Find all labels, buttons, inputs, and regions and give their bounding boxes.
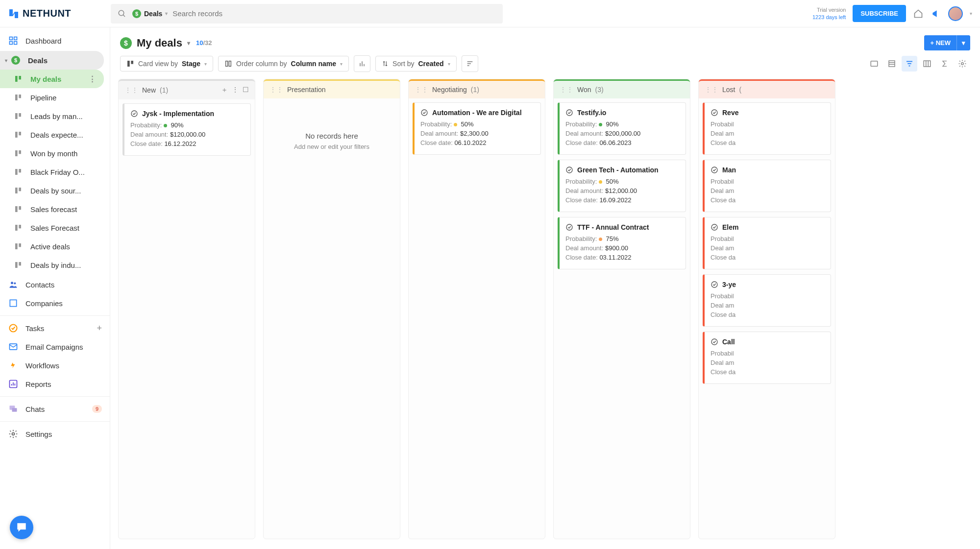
view-card-icon[interactable] xyxy=(866,56,882,72)
sidebar-view-item[interactable]: My deals⋮ xyxy=(0,70,104,88)
card-amount-row: Deal amount: $2,300.00 xyxy=(420,130,535,137)
board-column[interactable]: ⋮⋮ Won (3) Testify.io Probability: 90% D… xyxy=(553,79,690,539)
sidebar-view-item[interactable]: Deals by indu... xyxy=(0,256,110,274)
card-title: Elem xyxy=(722,223,738,231)
sidebar-view-label: Active deals xyxy=(30,242,70,251)
column-more-icon[interactable]: ⋮ xyxy=(232,86,239,95)
sort-direction-button[interactable] xyxy=(462,55,478,72)
sidebar-item-settings[interactable]: Settings xyxy=(0,425,110,443)
sidebar-view-item[interactable]: Deals by sour... xyxy=(0,181,110,200)
deal-card[interactable]: Man Probabil Deal am Close da xyxy=(703,160,831,212)
new-dropdown-button[interactable]: ▾ xyxy=(956,35,970,50)
column-body[interactable]: No records here Add new or edit your fil… xyxy=(264,98,400,539)
page-title-wrap[interactable]: $ My deals ▾ xyxy=(120,37,190,49)
drag-handle-icon[interactable]: ⋮⋮ xyxy=(124,86,138,94)
sort-selector[interactable]: Sort by Created ▾ xyxy=(375,56,457,72)
drag-handle-icon[interactable]: ⋮⋮ xyxy=(270,86,283,94)
deal-card[interactable]: 3-ye Probabil Deal am Close da xyxy=(703,274,831,327)
dollar-icon: $ xyxy=(132,9,141,18)
more-icon[interactable]: ⋮ xyxy=(89,74,96,83)
deal-card[interactable]: Jysk - Implementation Probability: 90% D… xyxy=(122,103,251,156)
sidebar-item-email-campaigns[interactable]: Email Campaigns xyxy=(0,337,110,356)
app-logo[interactable]: NETHUNT xyxy=(8,8,111,20)
deal-card[interactable]: Call Probabil Deal am Close da xyxy=(703,332,831,384)
search-scope-selector[interactable]: $ Deals ▾ xyxy=(132,9,168,18)
check-circle-icon xyxy=(710,109,718,117)
page-header: $ My deals ▾ 10/32 + NEW ▾ xyxy=(110,27,980,55)
sidebar-item-reports[interactable]: Reports xyxy=(0,375,110,393)
chevron-down-icon[interactable]: ▾ xyxy=(187,40,190,47)
column-body[interactable]: Jysk - Implementation Probability: 90% D… xyxy=(119,99,255,539)
column-header[interactable]: ⋮⋮ Won (3) xyxy=(554,79,690,98)
svg-point-65 xyxy=(421,110,427,116)
column-header[interactable]: ⋮⋮ Lost ( xyxy=(699,79,835,98)
card-close-value: 03.11.2022 xyxy=(599,254,631,261)
column-name: Lost xyxy=(722,86,735,94)
order-column-selector[interactable]: Order column by Column name ▾ xyxy=(218,56,349,72)
svg-rect-53 xyxy=(871,61,878,67)
column-body[interactable]: Testify.io Probability: 90% Deal amount:… xyxy=(554,98,690,539)
intercom-launcher[interactable] xyxy=(10,516,33,539)
search-input[interactable] xyxy=(172,9,497,18)
sidebar-view-item[interactable]: Sales forecast xyxy=(0,200,110,218)
sidebar-item-companies[interactable]: Companies xyxy=(0,294,110,312)
sidebar-view-item[interactable]: Black Friday O... xyxy=(0,163,110,181)
add-card-icon[interactable]: ＋ xyxy=(221,86,228,95)
sidebar-item-dashboard[interactable]: Dashboard xyxy=(0,31,110,50)
sidebar-view-item[interactable]: Pipeline xyxy=(0,88,110,107)
board-column[interactable]: ⋮⋮ Presentation No records here Add new … xyxy=(263,79,400,539)
column-header[interactable]: ⋮⋮ Negotiating (1) xyxy=(409,79,545,98)
deal-card[interactable]: Reve Probabil Deal am Close da xyxy=(703,102,831,155)
sidebar-view-item[interactable]: Deals expecte... xyxy=(0,125,110,144)
deal-card[interactable]: TTF - Annual Contract Probability: 75% D… xyxy=(558,217,686,269)
sigma-icon[interactable] xyxy=(937,56,953,72)
board-column[interactable]: ⋮⋮ New (1) ＋ ⋮ ☐ Jysk - Implementation P… xyxy=(118,79,255,539)
gear-icon xyxy=(8,429,19,439)
sidebar-item-chats[interactable]: Chats 9 xyxy=(0,400,110,418)
column-checkbox[interactable]: ☐ xyxy=(243,86,249,95)
cardview-selector[interactable]: Card view by Stage ▾ xyxy=(120,56,213,72)
sidebar-view-label: Deals by indu... xyxy=(30,261,81,269)
deal-card[interactable]: Green Tech - Automation Probability: 50%… xyxy=(558,160,686,212)
column-header[interactable]: ⋮⋮ New (1) ＋ ⋮ ☐ xyxy=(119,79,255,99)
sidebar-view-item[interactable]: Sales Forecast xyxy=(0,218,110,237)
drag-handle-icon[interactable]: ⋮⋮ xyxy=(705,86,718,94)
sidebar-view-item[interactable]: Active deals xyxy=(0,237,110,256)
column-body[interactable]: Automation - We are Digital Probability:… xyxy=(409,98,545,539)
search-icon[interactable] xyxy=(117,8,127,19)
sidebar-view-item[interactable]: Won by month xyxy=(0,144,110,163)
sidebar-item-workflows[interactable]: Workflows xyxy=(0,356,110,375)
user-avatar[interactable] xyxy=(948,6,963,21)
sidebar-item-contacts[interactable]: Contacts xyxy=(0,275,110,294)
deal-card[interactable]: Elem Probabil Deal am Close da xyxy=(703,217,831,269)
announcement-icon[interactable] xyxy=(931,8,941,19)
column-header[interactable]: ⋮⋮ Presentation xyxy=(264,79,400,98)
trial-info[interactable]: Trial version 1223 days left xyxy=(812,6,846,21)
deal-card[interactable]: Automation - We are Digital Probability:… xyxy=(413,102,541,155)
chevron-down-icon: ▾ xyxy=(204,61,207,67)
add-task-icon[interactable]: + xyxy=(97,323,102,334)
new-button[interactable]: + NEW xyxy=(924,35,956,50)
sidebar-item-tasks[interactable]: Tasks + xyxy=(0,319,110,337)
search-bar[interactable]: $ Deals ▾ xyxy=(111,4,503,24)
deal-card[interactable]: Testify.io Probability: 90% Deal amount:… xyxy=(558,102,686,155)
subscribe-button[interactable]: SUBSCRIBE xyxy=(853,5,906,22)
filter-icon[interactable] xyxy=(902,56,917,72)
companies-icon xyxy=(8,298,19,309)
board-column[interactable]: ⋮⋮ Lost ( Reve Probabil Deal am Close da… xyxy=(698,79,835,539)
drag-handle-icon[interactable]: ⋮⋮ xyxy=(560,86,573,94)
sidebar-item-deals[interactable]: ▾ $ Deals xyxy=(0,51,104,70)
chart-toggle-button[interactable] xyxy=(354,55,370,72)
dashboard-icon xyxy=(8,35,19,46)
columns-config-icon[interactable] xyxy=(919,56,935,72)
settings-gear-icon[interactable] xyxy=(955,56,970,72)
sidebar-view-item[interactable]: Leads by man... xyxy=(0,107,110,125)
home-icon[interactable] xyxy=(913,8,924,19)
drag-handle-icon[interactable]: ⋮⋮ xyxy=(415,86,428,94)
check-circle-icon xyxy=(710,223,718,231)
kanban-board[interactable]: ⋮⋮ New (1) ＋ ⋮ ☐ Jysk - Implementation P… xyxy=(110,79,980,549)
column-body[interactable]: Reve Probabil Deal am Close da Man Proba… xyxy=(699,98,835,539)
view-list-icon[interactable] xyxy=(884,56,900,72)
user-menu-caret[interactable]: ▾ xyxy=(970,11,972,16)
board-column[interactable]: ⋮⋮ Negotiating (1) Automation - We are D… xyxy=(408,79,545,539)
